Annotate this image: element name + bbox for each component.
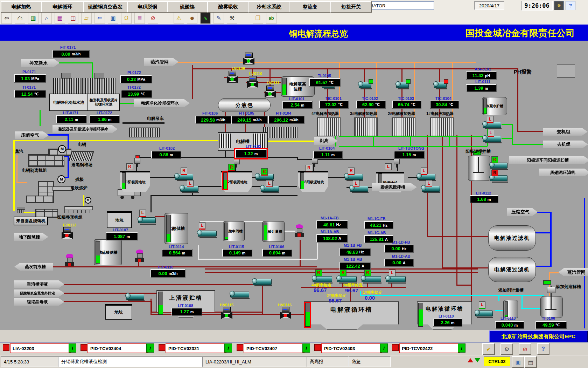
toolbar-print-button[interactable]: ⎙ [15, 12, 25, 24]
valve-lv0110[interactable] [247, 76, 258, 88]
alarm-info-button[interactable]: i [69, 343, 76, 353]
display-m11dab[interactable]: 0.00A [384, 259, 414, 267]
display-m11afb[interactable]: 48.61Hz [316, 220, 348, 229]
toolbar-users-button[interactable]: ☻ [187, 12, 197, 24]
display-tic0104[interactable]: 30.84℃ [430, 101, 459, 109]
display-ti0172[interactable]: 13.99℃ [121, 90, 152, 98]
display-m11aab[interactable]: 108.02A [316, 234, 348, 243]
banner-redissolve-solution[interactable]: 重溶槽溶液 [14, 280, 64, 288]
banner-to-unit-1[interactable]: 去机组 [543, 128, 588, 136]
toolbar-report-block-button[interactable]: ⊘ [148, 12, 158, 24]
toolbar-tools-button[interactable]: ⚒ [227, 12, 237, 24]
display-lit0171[interactable]: 2.11m [56, 115, 87, 123]
status-alarm-message[interactable]: 分铅碲浆化槽液位检测 [58, 356, 203, 367]
valve-hv0116[interactable] [280, 307, 290, 319]
transfer-pump[interactable] [253, 279, 272, 285]
display-fit0106[interactable]: 229.58m3/h [195, 116, 231, 124]
display-lit0112[interactable]: 1.68m [470, 195, 498, 203]
display-fit0110[interactable]: 0.00m3/h [150, 269, 186, 278]
display-m11bfb[interactable]: 48.63Hz [340, 248, 371, 256]
banner-compressed-air-left[interactable]: 压缩空气 [15, 131, 49, 139]
display-tic0103[interactable]: 65.74℃ [392, 101, 421, 109]
valve-lv0109[interactable] [227, 71, 237, 83]
tab-nickel-sulfate[interactable]: 硫酸镍 [167, 1, 208, 13]
circulation-pump-4[interactable] [313, 276, 332, 282]
banner-purified-cooling-water[interactable]: 电解净化冷却循环水 [134, 99, 190, 107]
alarm-info-button[interactable]: i [224, 343, 232, 353]
toolbar-page-switch-button[interactable]: ❐ [253, 12, 263, 24]
display-m11cfb[interactable]: 48.21Hz [364, 221, 393, 229]
banner-cuso4-vacuum-evap-discharge[interactable]: 硫酸铜真空蒸发外排液 [14, 289, 64, 297]
toolbar-find-button[interactable]: ⌕ [41, 12, 52, 24]
display-tic0101[interactable]: 72.02℃ [319, 101, 349, 109]
display-lit-tuotong[interactable]: 1.15m [394, 151, 425, 159]
display-lit0111[interactable]: 1.39m [466, 84, 497, 92]
hcl-transfer-pump[interactable] [198, 231, 217, 237]
display-lit0172[interactable]: 1.86m [90, 115, 120, 123]
control-valve[interactable] [295, 224, 304, 237]
alarm-stop-button[interactable]: ⊘ [519, 343, 531, 355]
electrolyte-filter-1[interactable]: 电解液过滤机 [488, 225, 536, 251]
alarm-tag-pid-tcv02404[interactable]: PID-TCV02404 [88, 343, 148, 353]
alarm-config-button[interactable]: ⚙ [500, 343, 513, 355]
toolbar-tanks-button[interactable]: ◫ [68, 12, 78, 24]
banner-nickel-mother-liquor[interactable]: 镍结晶母液 [14, 298, 64, 306]
valve-hv0115[interactable] [221, 307, 232, 319]
banner-rectifier-cooling-supply[interactable]: 整流器及阳极泥冷却循环供水 [52, 125, 118, 133]
alarm-tag-pid-tcv02403[interactable]: PID-TCV02403 [321, 343, 382, 353]
display-m11bab[interactable]: 122.42A [340, 262, 371, 270]
circulation-pump-2[interactable] [362, 276, 381, 282]
toolbar-report-button[interactable]: ≣ [134, 12, 145, 24]
toolbar-open-folder-button[interactable]: ▱ [81, 12, 92, 24]
alarm-tag-lia02203[interactable]: LIA-02203 [10, 343, 71, 353]
alarm-info-button[interactable]: i [458, 343, 465, 353]
scroll-up-icon[interactable] [468, 358, 473, 362]
banner-steam-network-top[interactable]: 蒸汽管网 [144, 58, 178, 66]
display-pi0172[interactable]: 0.33MPa [120, 75, 152, 83]
transfer-pump[interactable] [126, 294, 144, 300]
toolbar-blocks-button[interactable]: ▦ [55, 12, 65, 24]
toolbar-chart-edit-button[interactable]: ✎ [214, 12, 224, 24]
ack-alarm-button[interactable]: ✔ [482, 343, 495, 355]
banner-makeup-water[interactable]: 补充新水 [21, 59, 59, 67]
alarm-info-button[interactable]: i [302, 343, 310, 353]
display-lit0101[interactable]: 2.54m [282, 101, 313, 109]
tab-acid-mist-absorption[interactable]: 酸雾吸收 [207, 1, 249, 13]
display-lit0107[interactable]: 1.087m [106, 232, 138, 240]
display-tic0102[interactable]: 62.90℃ [356, 101, 386, 109]
control-valve[interactable] [135, 250, 144, 262]
tab-cuso4-vacuum-evaporation[interactable]: 硫酸铜真空蒸发 [83, 1, 128, 13]
alarm-help-button[interactable]: ? [537, 343, 550, 355]
display-lit0110[interactable]: 2.26m [433, 319, 462, 327]
display-fit0105[interactable]: 249.15m3/h [231, 116, 268, 124]
circulation-pump-3[interactable] [337, 276, 357, 282]
tab-short-circuit-switch[interactable]: 短接开关 [330, 1, 372, 13]
display-lit0108[interactable]: 1.27m [172, 308, 202, 316]
display-pi0171[interactable]: 1.03MPa [14, 74, 46, 83]
display-aia0101[interactable]: 11.42pH [466, 71, 497, 80]
banner-slime-to-slime-plant[interactable]: 阳极泥车间阳极泥贮槽 [509, 156, 588, 164]
banner-black-copper-slime-mixer[interactable]: 累铜泥搅拌槽 [372, 183, 417, 191]
status-screen-button[interactable]: ▣ [512, 356, 524, 368]
tab-electrowinning-decopper[interactable]: 电积脱铜 [127, 1, 168, 13]
tab-electrolysis-circulation[interactable]: 电解循环 [41, 1, 84, 13]
additive-pump[interactable] [475, 311, 493, 316]
mixer-pump-a[interactable] [490, 163, 507, 169]
banner-to-unit-2[interactable]: 去机组 [543, 141, 588, 148]
tab-cooling-water-system[interactable]: 冷却水系统 [248, 1, 289, 13]
toolbar-trend-button[interactable]: ∿ [200, 12, 211, 24]
display-m11cab[interactable]: 126.81A [364, 235, 393, 243]
toolbar-screen-button[interactable]: ▣ [108, 12, 118, 24]
banner-compressed-air-right[interactable]: 压缩空气 [507, 208, 538, 216]
electrolyte-filter-2[interactable]: 电解液过滤机 [488, 257, 536, 282]
tab-rectifier-transformer[interactable]: 整流变 [289, 1, 331, 13]
display-lit0103[interactable]: 1.32m [235, 149, 267, 158]
hammer-tool-icon[interactable]: ⚒ [554, 1, 564, 10]
toolbar-text-edit-button[interactable]: ab [266, 12, 276, 24]
display-lit0104[interactable]: 1.11m [313, 151, 343, 159]
alarm-tag-pid-tcv02422[interactable]: PID-TCV02422 [399, 343, 460, 353]
alarm-tag-pid-tcv02407[interactable]: PID-TCV02407 [244, 343, 304, 353]
display-lit0114[interactable]: 0.564m [162, 249, 192, 257]
banner-black-copper-filter[interactable]: 黑铜泥压滤机 [539, 169, 588, 176]
display-lit0113[interactable]: 0.040m [495, 321, 524, 329]
